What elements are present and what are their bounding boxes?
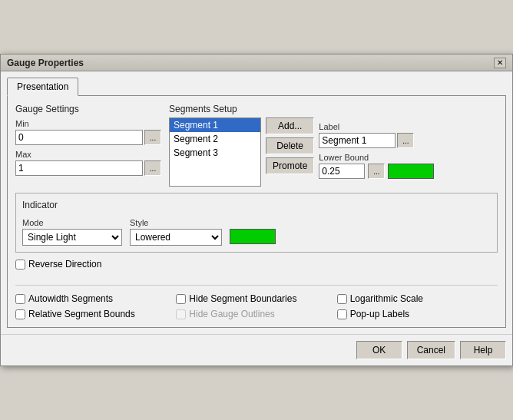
hide-boundaries-checkbox[interactable] [176,294,186,304]
segments-setup-panel: Segments Setup Segment 1 Segment 2 Segme… [169,104,498,187]
check-item-relative: Relative Segment Bounds [15,309,176,319]
check-item-logarithmic: Logarithmic Scale [337,293,498,304]
title-bar: Gauge Properties ✕ [1,55,512,71]
max-input[interactable] [15,160,143,176]
indicator-label: Indicator [22,200,491,210]
indicator-color-swatch[interactable] [230,229,276,244]
autowidth-label: Autowidth Segments [28,293,113,304]
hide-boundaries-label: Hide Segment Boundaries [189,293,296,304]
max-browse-button[interactable]: ... [144,160,161,176]
reverse-direction-row: Reverse Direction [15,259,498,270]
tab-presentation[interactable]: Presentation [7,78,78,96]
reverse-direction-label: Reverse Direction [28,259,101,270]
cancel-button[interactable]: Cancel [407,341,455,359]
popup-label: Pop-up Labels [350,309,409,319]
lower-bound-browse-button[interactable]: ... [368,164,385,179]
list-item[interactable]: Segment 3 [170,146,260,160]
hide-outlines-label: Hide Gauge Outlines [189,309,274,319]
check-item-popup: Pop-up Labels [337,309,498,319]
mode-group: Mode Single Light Multi Light Bar [22,213,122,246]
check-item-autowidth: Autowidth Segments [15,293,176,304]
list-item[interactable]: Segment 1 [170,118,260,132]
mode-select[interactable]: Single Light Multi Light Bar [22,229,122,246]
relative-checkbox[interactable] [15,309,25,319]
check-col-2: Hide Segment Boundaries Hide Gauge Outli… [176,293,336,319]
label-section: Label ... Lower Bound ... [319,117,498,187]
check-item-hide-boundaries: Hide Segment Boundaries [176,293,336,304]
tab-content: Gauge Settings Min ... Max ... Segments … [7,95,506,328]
two-panel: Gauge Settings Min ... Max ... Segments … [15,104,498,187]
segment-list[interactable]: Segment 1 Segment 2 Segment 3 [169,117,261,187]
style-select-wrap: Lowered Raised Flat [130,229,222,246]
max-label: Max [15,150,161,159]
min-input[interactable] [15,130,143,145]
max-row: ... [15,160,161,176]
window-title: Gauge Properties [7,58,84,68]
check-col-3: Logarithmic Scale Pop-up Labels [337,293,498,319]
close-button[interactable]: ✕ [494,58,506,68]
lower-bound-input[interactable] [319,164,365,179]
gauge-properties-window: Gauge Properties ✕ Presentation Gauge Se… [0,54,513,366]
indicator-color-swatch-wrap [230,229,276,246]
min-browse-button[interactable]: ... [144,130,161,145]
lower-bound-color-swatch[interactable] [388,164,434,179]
style-select[interactable]: Lowered Raised Flat [130,229,222,246]
label-browse-button[interactable]: ... [397,133,414,148]
min-row: ... [15,130,161,145]
gauge-settings-label: Gauge Settings [15,104,161,114]
reverse-direction-checkbox[interactable] [15,260,25,270]
segments-setup-label: Segments Setup [169,104,498,114]
bottom-checkboxes: Autowidth Segments Relative Segment Boun… [15,285,498,319]
mode-label: Mode [22,218,122,227]
logarithmic-checkbox[interactable] [337,294,347,304]
relative-label: Relative Segment Bounds [28,309,135,319]
logarithmic-label: Logarithmic Scale [350,293,423,304]
min-label: Min [15,119,161,128]
style-label: Style [130,218,222,227]
hide-outlines-checkbox[interactable] [176,309,186,319]
autowidth-checkbox[interactable] [15,294,25,304]
label-field-label: Label [319,122,498,131]
check-col-1: Autowidth Segments Relative Segment Boun… [15,293,176,319]
footer: OK Cancel Help [1,334,512,365]
style-group: Style Lowered Raised Flat [130,213,222,246]
promote-segment-button[interactable]: Promote [266,157,314,174]
check-item-hide-outlines: Hide Gauge Outlines [176,309,336,319]
help-button[interactable]: Help [460,341,506,359]
segments-area: Segment 1 Segment 2 Segment 3 Add... Del… [169,117,498,187]
list-item[interactable]: Segment 2 [170,132,260,146]
lower-bound-label: Lower Bound [319,153,498,162]
window-body: Presentation Gauge Settings Min ... Max [1,71,512,334]
popup-checkbox[interactable] [337,309,347,319]
ok-button[interactable]: OK [356,341,402,359]
tab-bar: Presentation [7,78,506,96]
gauge-settings-panel: Gauge Settings Min ... Max ... [15,104,161,187]
mode-select-wrap: Single Light Multi Light Bar [22,229,122,246]
lower-bound-row: ... [319,164,498,179]
indicator-section: Indicator Mode Single Light Multi Light … [15,193,498,253]
label-input-row: ... [319,133,498,148]
delete-segment-button[interactable]: Delete [266,137,314,154]
indicator-row: Mode Single Light Multi Light Bar Style [22,213,491,246]
label-input[interactable] [319,133,396,148]
segment-buttons: Add... Delete Promote [266,117,314,187]
add-segment-button[interactable]: Add... [266,117,314,134]
